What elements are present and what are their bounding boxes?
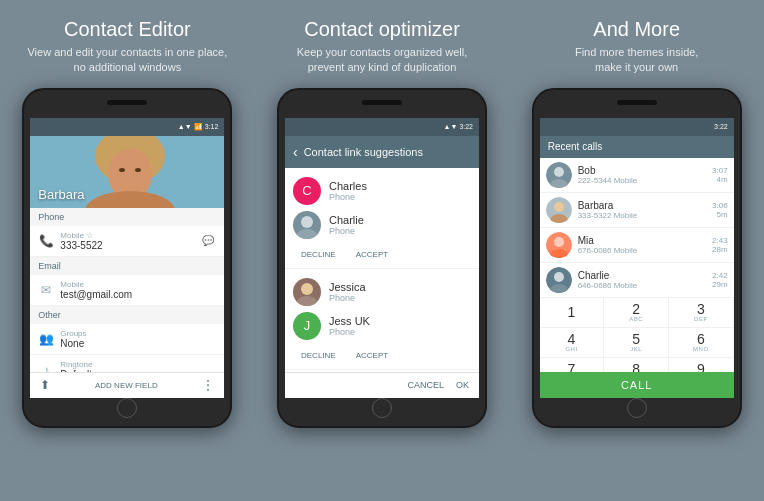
cancel-button[interactable]: CANCEL (407, 380, 444, 390)
suggestion-charlie: Charlie Phone (293, 208, 471, 242)
phone-1: ▲▼ 📶 3:12 (22, 88, 232, 428)
call-row-barbara[interactable]: Barbara 333-5322 Mobile 3:06 5m (540, 193, 734, 228)
signal-icons-2: ▲▼ 3:22 (444, 123, 473, 130)
suggestion-actions-2: DECLINE ACCEPT (293, 348, 471, 363)
recent-calls-bar: Recent calls (540, 136, 734, 158)
accept-button-2[interactable]: ACCEPT (348, 348, 396, 363)
back-button[interactable]: ‹ (293, 144, 298, 160)
svg-point-9 (296, 296, 318, 306)
phone-2: ▲▼ 3:22 ‹ Contact link suggestions C (277, 88, 487, 428)
avatar-charles: C (293, 177, 321, 205)
decline-button-1[interactable]: DECLINE (293, 247, 344, 262)
phone-screen-3: 3:22 Recent calls (540, 118, 734, 398)
message-icon[interactable]: 💬 (200, 233, 216, 249)
section-other: Other (30, 306, 224, 324)
avatar-barbara (546, 197, 572, 223)
panel-title-2: Contact optimizer (304, 18, 460, 41)
call-row-bob[interactable]: Bob 222-5344 Mobile 3:07 4m (540, 158, 734, 193)
groups-icon: 👥 (38, 331, 54, 347)
dialpad-key-4[interactable]: 4GHI (540, 328, 605, 358)
ok-button[interactable]: OK (456, 380, 469, 390)
panel-contact-editor: Contact Editor View and edit your contac… (0, 0, 255, 501)
panel-subtitle-1: View and edit your contacts in one place… (27, 45, 227, 76)
section-email: Email (30, 257, 224, 275)
svg-point-6 (301, 216, 313, 228)
section-phone: Phone (30, 208, 224, 226)
svg-point-11 (554, 167, 564, 177)
svg-point-5 (135, 168, 141, 172)
status-bar-3: 3:22 (540, 118, 734, 136)
panel-subtitle-3: Find more themes inside,make it your own (575, 45, 699, 76)
suggestion-jessica: Jessica Phone (293, 275, 471, 309)
opt-bottom-bar: CANCEL OK (285, 372, 479, 398)
status-bar-1: ▲▼ 📶 3:12 (30, 118, 224, 136)
email-icon: ✉ (38, 282, 54, 298)
contact-name: Barbara (38, 187, 84, 202)
panel-contact-optimizer: Contact optimizer Keep your contacts org… (255, 0, 510, 501)
avatar-jessica (293, 278, 321, 306)
app-bar: ‹ Contact link suggestions (285, 136, 479, 168)
avatar-charlie-2 (546, 267, 572, 293)
more-button[interactable]: ⋮ (202, 378, 214, 392)
suggestion-charles: C Charles Phone (293, 174, 471, 208)
phone-3: 3:22 Recent calls (532, 88, 742, 428)
dialpad-key-2[interactable]: 2ABC (604, 298, 669, 328)
dialpad-key-6[interactable]: 6MNO (669, 328, 734, 358)
phone-speaker-3 (617, 100, 657, 105)
panel-subtitle-2: Keep your contacts organized well,preven… (297, 45, 468, 76)
suggestion-jess-uk: J Jess UK Phone (293, 309, 471, 343)
phone-home-button-2[interactable] (372, 398, 392, 418)
phone-speaker-2 (362, 100, 402, 105)
dialpad-key-1[interactable]: 1 (540, 298, 605, 328)
panel-and-more: And More Find more themes inside,make it… (509, 0, 764, 501)
share-button[interactable]: ⬆ (40, 378, 50, 392)
avatar-mia (546, 232, 572, 258)
dialpad-key-5[interactable]: 5JKL (604, 328, 669, 358)
dialpad-key-3[interactable]: 3DEF (669, 298, 734, 328)
suggestion-group-1: C Charles Phone (285, 168, 479, 269)
accept-button-1[interactable]: ACCEPT (348, 247, 396, 262)
suggestion-actions-1: DECLINE ACCEPT (293, 247, 471, 262)
panel-title-1: Contact Editor (64, 18, 191, 41)
svg-point-20 (554, 272, 564, 282)
svg-point-7 (296, 229, 318, 239)
field-groups[interactable]: 👥 Groups None (30, 324, 224, 355)
svg-point-17 (554, 237, 564, 247)
field-mobile-phone[interactable]: 📞 Mobile ☆ 333-5522 💬 (30, 226, 224, 257)
phone-home-button-1[interactable] (117, 398, 137, 418)
contact-photo: Barbara (30, 136, 224, 208)
add-field-button[interactable]: ADD NEW FIELD (95, 381, 158, 390)
phone-screen-1: ▲▼ 📶 3:12 (30, 118, 224, 398)
phone-speaker-1 (107, 100, 147, 105)
avatar-bob (546, 162, 572, 188)
panel-title-3: And More (593, 18, 680, 41)
app-bar-title: Contact link suggestions (304, 146, 423, 158)
app-panels: Contact Editor View and edit your contac… (0, 0, 764, 501)
phone-screen-2: ▲▼ 3:22 ‹ Contact link suggestions C (285, 118, 479, 398)
call-text: CALL (621, 379, 653, 391)
signal-icons-3: 3:22 (714, 123, 728, 130)
avatar-jess-uk: J (293, 312, 321, 340)
status-bar-2: ▲▼ 3:22 (285, 118, 479, 136)
call-row-charlie[interactable]: Charlie 646-0686 Mobile 2:42 29m (540, 263, 734, 298)
contact-bottom-bar: ⬆ ADD NEW FIELD ⋮ (30, 372, 224, 398)
field-email[interactable]: ✉ Mobile test@gmail.com (30, 275, 224, 306)
call-button[interactable]: CALL (540, 372, 734, 398)
decline-button-2[interactable]: DECLINE (293, 348, 344, 363)
avatar-charlie (293, 211, 321, 239)
call-row-mia[interactable]: Mia 676-0086 Mobile 2:43 28m (540, 228, 734, 263)
svg-point-8 (301, 283, 313, 295)
suggestion-group-2: Jessica Phone J Jess UK Phone (285, 269, 479, 370)
recent-calls-title: Recent calls (548, 141, 602, 152)
phone-icon: 📞 (38, 233, 54, 249)
svg-point-14 (554, 202, 564, 212)
svg-point-4 (119, 168, 125, 172)
signal-icons-1: ▲▼ 📶 3:12 (178, 123, 218, 131)
phone-home-button-3[interactable] (627, 398, 647, 418)
